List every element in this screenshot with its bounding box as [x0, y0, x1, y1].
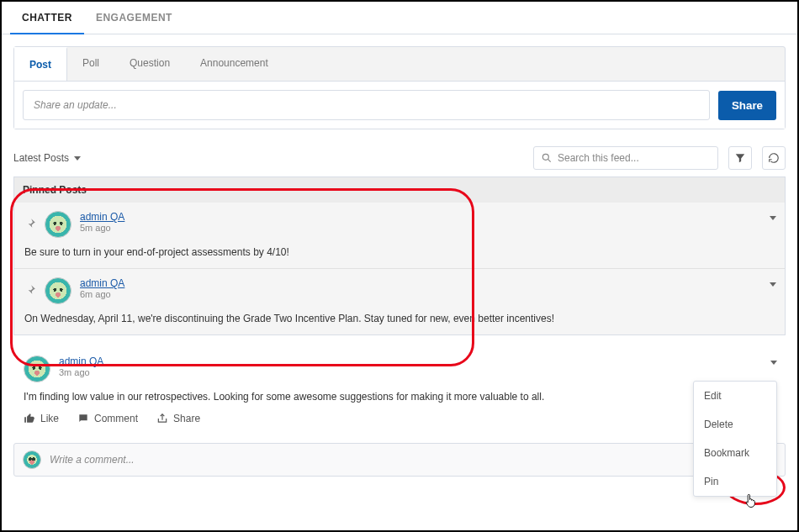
sort-label: Latest Posts [13, 152, 69, 164]
composer: Post Poll Question Announcement Share an… [13, 46, 786, 129]
share-button[interactable]: Share [718, 91, 776, 120]
search-placeholder: Search this feed... [558, 152, 639, 164]
refresh-button[interactable] [762, 146, 786, 170]
thumbs-up-icon [24, 413, 35, 424]
sort-dropdown[interactable]: Latest Posts [13, 152, 81, 164]
post-menu-button[interactable] [770, 277, 776, 289]
post-timestamp: 5m ago [80, 223, 124, 233]
avatar[interactable] [23, 450, 41, 469]
pinned-feed: admin QA 5m ago Be sure to turn in your … [13, 203, 786, 335]
menu-item-edit[interactable]: Edit [694, 382, 776, 410]
menu-item-bookmark[interactable]: Bookmark [694, 439, 776, 467]
chevron-down-icon [770, 216, 776, 220]
composer-input-row: Share an update... Share [14, 81, 785, 129]
comment-input[interactable]: Write a comment... [50, 454, 776, 466]
post-dropdown-menu: Edit Delete Bookmark Pin [693, 381, 777, 497]
post-timestamp: 3m ago [59, 367, 103, 377]
feed-post: admin QA 3m ago I'm finding low value in… [13, 347, 786, 435]
svg-line-1 [548, 159, 550, 161]
comment-icon [77, 413, 89, 424]
pinned-posts-header: Pinned Posts [13, 176, 786, 203]
post-body: On Wednesday, April 11, we're discontinu… [24, 313, 775, 324]
pin-icon [24, 284, 36, 296]
post-body: Be sure to turn in your end-of-project a… [24, 246, 775, 258]
chevron-down-icon [74, 156, 81, 161]
avatar[interactable] [45, 211, 71, 238]
post-timestamp: 6m ago [80, 289, 124, 299]
menu-item-pin[interactable]: Pin [694, 467, 776, 496]
filter-icon [734, 152, 746, 164]
filter-button[interactable] [728, 146, 752, 170]
top-tab-engagement[interactable]: ENGAGEMENT [84, 2, 184, 34]
post-actions: Like Comment Share [24, 413, 775, 424]
post-menu-button[interactable] [770, 356, 777, 367]
post-author-link[interactable]: admin QA [59, 356, 103, 367]
composer-tab-question[interactable]: Question [114, 47, 185, 81]
menu-item-delete[interactable]: Delete [694, 410, 776, 439]
feed-toolbar: Latest Posts Search this feed... [13, 146, 786, 170]
like-button[interactable]: Like [24, 413, 59, 424]
composer-tab-poll[interactable]: Poll [67, 47, 114, 81]
top-tabs: CHATTER ENGAGEMENT [2, 2, 797, 34]
chevron-down-icon [770, 361, 777, 365]
post-author-link[interactable]: admin QA [80, 211, 124, 223]
like-label: Like [40, 413, 59, 424]
share-label: Share [173, 413, 200, 424]
comment-composer: Write a comment... [13, 443, 786, 477]
share-icon [156, 413, 168, 424]
chevron-down-icon [770, 282, 776, 287]
share-button-post[interactable]: Share [156, 413, 200, 424]
post-body: I'm finding low value in our retrospecti… [24, 391, 775, 403]
composer-tab-post[interactable]: Post [13, 47, 67, 81]
top-tab-chatter[interactable]: CHATTER [10, 2, 84, 34]
composer-tabs: Post Poll Question Announcement [14, 47, 785, 81]
composer-input[interactable]: Share an update... [23, 90, 710, 120]
search-icon [541, 152, 553, 164]
svg-point-0 [542, 154, 548, 160]
pinned-post: admin QA 6m ago On Wednesday, April 11, … [14, 269, 785, 334]
post-menu-button[interactable] [770, 211, 776, 223]
comment-label: Comment [94, 413, 138, 424]
post-author-link[interactable]: admin QA [80, 277, 124, 289]
search-input[interactable]: Search this feed... [533, 146, 718, 170]
app-frame: CHATTER ENGAGEMENT Post Poll Question An… [0, 0, 799, 532]
refresh-icon [768, 152, 780, 164]
avatar[interactable] [45, 277, 71, 304]
pinned-post: admin QA 5m ago Be sure to turn in your … [14, 203, 785, 269]
pin-icon [24, 218, 36, 229]
comment-button[interactable]: Comment [77, 413, 138, 424]
composer-tab-announcement[interactable]: Announcement [185, 47, 283, 81]
avatar[interactable] [24, 356, 50, 382]
